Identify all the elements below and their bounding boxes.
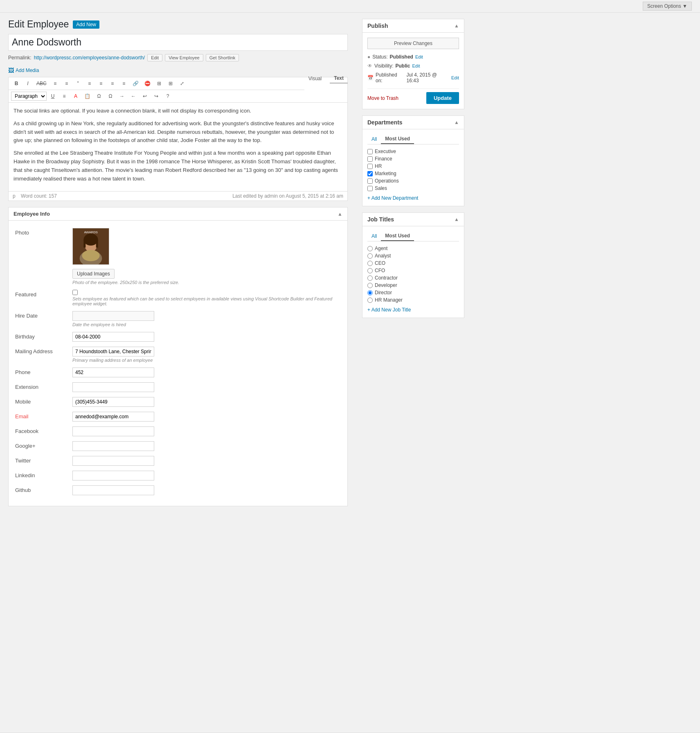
ul-button[interactable]: ≡ <box>50 79 61 88</box>
job-ceo-label[interactable]: CEO <box>375 260 385 266</box>
mobile-input[interactable] <box>72 397 154 407</box>
fullscreen-button[interactable]: ⤢ <box>177 79 187 88</box>
job-contractor-radio[interactable] <box>367 275 373 281</box>
dept-executive-checkbox[interactable] <box>367 149 373 154</box>
italic-button[interactable]: I <box>23 79 33 88</box>
dept-finance-label[interactable]: Finance <box>375 156 392 162</box>
job-hr-manager-label[interactable]: HR Manager <box>375 297 403 303</box>
outdent-button[interactable]: ← <box>128 92 139 101</box>
visibility-edit-link[interactable]: Edit <box>412 63 420 68</box>
dept-sales-label[interactable]: Sales <box>375 185 387 191</box>
ol-button[interactable]: ≡ <box>61 79 72 88</box>
insert-button[interactable]: ⊞ <box>154 79 164 88</box>
job-titles-header[interactable]: Job Titles ▲ <box>362 213 464 226</box>
add-new-button[interactable]: Add New <box>73 20 99 29</box>
mailing-address-input[interactable] <box>72 347 154 356</box>
add-new-job-title-link[interactable]: + Add New Job Title <box>367 307 459 313</box>
job-cfo-radio[interactable] <box>367 268 373 273</box>
dept-marketing-checkbox[interactable] <box>367 171 373 176</box>
googleplus-input[interactable] <box>72 441 154 451</box>
redo-button[interactable]: ↪ <box>151 92 162 101</box>
status-edit-link[interactable]: Edit <box>415 54 423 59</box>
job-contractor-label[interactable]: Contractor <box>375 275 398 281</box>
job-analyst-radio[interactable] <box>367 253 373 259</box>
text-tab-button[interactable]: Text <box>330 74 348 83</box>
featured-checkbox[interactable] <box>72 290 78 295</box>
publish-header[interactable]: Publish ▲ <box>362 19 464 33</box>
job-titles-all-tab[interactable]: All <box>367 231 381 241</box>
twitter-input[interactable] <box>72 456 154 466</box>
align-left-button[interactable]: ≡ <box>84 79 95 88</box>
job-director-radio[interactable] <box>367 290 373 295</box>
strikethrough-button[interactable]: ABC <box>34 79 49 88</box>
table-button[interactable]: ⊞ <box>165 79 176 88</box>
job-agent-radio[interactable] <box>367 246 373 251</box>
permalink-edit-button[interactable]: Edit <box>147 54 162 61</box>
unlink-button[interactable]: ⛔ <box>142 79 153 88</box>
dept-operations-checkbox[interactable] <box>367 178 373 184</box>
paste-text-button[interactable]: 📋 <box>82 92 93 101</box>
linkedin-input[interactable] <box>72 471 154 480</box>
dept-operations-label[interactable]: Operations <box>375 178 399 184</box>
link-button[interactable]: 🔗 <box>130 79 141 88</box>
paragraph-select[interactable]: Paragraph <box>11 92 47 101</box>
update-button[interactable]: Update <box>426 92 459 104</box>
facebook-input[interactable] <box>72 426 154 436</box>
blockquote-button[interactable]: " <box>73 79 83 88</box>
text-color-button[interactable]: A <box>70 92 81 101</box>
special-char-button[interactable]: Ω <box>105 92 116 101</box>
upload-images-button[interactable]: Upload Images <box>72 269 115 279</box>
permalink-url[interactable]: http://wordpressc.com/employees/anne-dod… <box>34 55 145 61</box>
view-employee-button[interactable]: View Employee <box>165 54 203 61</box>
departments-most-used-tab[interactable]: Most Used <box>381 134 414 144</box>
hire-date-input[interactable] <box>72 311 154 321</box>
job-director-label[interactable]: Director <box>375 290 392 295</box>
job-developer-label[interactable]: Developer <box>375 282 397 288</box>
undo-button[interactable]: ↩ <box>140 92 150 101</box>
photo-hint: Photo of the employee. 250x250 is the pr… <box>72 280 341 285</box>
dept-finance-checkbox[interactable] <box>367 156 373 162</box>
github-label: Github <box>14 483 71 501</box>
dept-hr-checkbox[interactable] <box>367 164 373 169</box>
justify-button[interactable]: ≡ <box>59 92 70 101</box>
list-item: Sales <box>367 185 459 192</box>
dept-marketing-label[interactable]: Marketing <box>375 171 396 176</box>
mailing-address-label: Mailing Address <box>14 344 71 365</box>
job-titles-most-used-tab[interactable]: Most Used <box>381 231 414 241</box>
employee-info-header[interactable]: Employee Info ▲ <box>9 207 347 221</box>
birthday-input[interactable] <box>72 332 154 342</box>
underline-button[interactable]: U <box>47 92 58 101</box>
date-edit-link[interactable]: Edit <box>451 75 459 80</box>
extension-input[interactable] <box>72 382 154 392</box>
job-developer-radio[interactable] <box>367 283 373 288</box>
job-analyst-label[interactable]: Analyst <box>375 253 391 259</box>
dept-sales-checkbox[interactable] <box>367 186 373 191</box>
phone-input[interactable] <box>72 368 154 377</box>
add-media-button[interactable]: 🖼 Add Media <box>8 67 39 74</box>
add-new-department-link[interactable]: + Add New Department <box>367 195 459 201</box>
screen-options-button[interactable]: Screen Options ▼ <box>643 2 692 11</box>
preview-changes-button[interactable]: Preview Changes <box>367 38 459 49</box>
job-cfo-label[interactable]: CFO <box>375 268 385 273</box>
get-shortlink-button[interactable]: Get Shortlink <box>206 54 239 61</box>
job-agent-label[interactable]: Agent <box>375 246 387 251</box>
help-button[interactable]: ? <box>162 92 173 101</box>
align-right-button[interactable]: ≡ <box>107 79 118 88</box>
align-justify-button[interactable]: ≡ <box>119 79 129 88</box>
employee-name-input[interactable] <box>8 34 348 51</box>
email-input[interactable] <box>72 412 154 422</box>
editor-content[interactable]: The social links are optional. If you le… <box>9 103 347 191</box>
indent-button[interactable]: → <box>117 92 127 101</box>
job-hr-manager-radio[interactable] <box>367 298 373 303</box>
clear-format-button[interactable]: Ω <box>94 92 104 101</box>
visual-tab-button[interactable]: Visual <box>304 74 326 83</box>
job-ceo-radio[interactable] <box>367 261 373 266</box>
move-to-trash-link[interactable]: Move to Trash <box>367 95 398 101</box>
github-input[interactable] <box>72 485 154 495</box>
align-center-button[interactable]: ≡ <box>96 79 106 88</box>
departments-all-tab[interactable]: All <box>367 134 381 144</box>
departments-header[interactable]: Departments ▲ <box>362 116 464 129</box>
bold-button[interactable]: B <box>11 79 22 88</box>
dept-hr-label[interactable]: HR <box>375 163 382 169</box>
dept-executive-label[interactable]: Executive <box>375 149 396 154</box>
